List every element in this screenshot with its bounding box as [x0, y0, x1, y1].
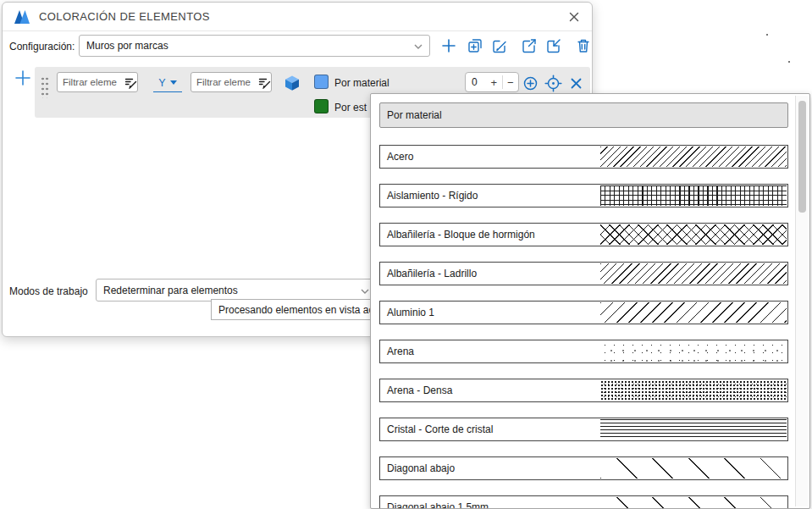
- pattern-selected-item[interactable]: Por material: [379, 102, 788, 128]
- state-color-label: Por est: [334, 102, 367, 113]
- edit-configuration-icon[interactable]: [490, 36, 509, 55]
- pattern-item-label: Arena: [387, 340, 414, 362]
- pattern-item-label: Diagonal abajo: [387, 457, 455, 479]
- add-configuration-icon[interactable]: [439, 36, 458, 55]
- pattern-swatch: [600, 147, 787, 167]
- pattern-item-label: Arena - Densa: [387, 379, 452, 401]
- pattern-swatch: [600, 185, 787, 206]
- pattern-swatch: [600, 458, 787, 479]
- pattern-item[interactable]: Diagonal abajo: [379, 456, 788, 480]
- state-color-chip[interactable]: [314, 99, 329, 113]
- title-bar: COLORACIÓN DE ELEMENTOS: [3, 3, 592, 31]
- scrollbar-thumb[interactable]: [798, 101, 806, 213]
- pattern-dropdown-panel: Por material AceroAislamiento - RígidoAl…: [370, 93, 810, 509]
- spinner-value[interactable]: 0: [466, 73, 486, 91]
- pattern-item-label: Acero: [387, 146, 413, 168]
- window-close-icon[interactable]: [566, 9, 582, 25]
- configuration-label: Configuración:: [9, 41, 75, 53]
- drag-handle[interactable]: [41, 76, 48, 98]
- pattern-item-label: Albañilería - Bloque de hormigón: [387, 224, 535, 246]
- pattern-item[interactable]: Diagonal abajo 1.5mm: [379, 495, 788, 508]
- select-elements-icon[interactable]: [522, 75, 539, 91]
- work-modes-value: Redeterminar para elementos: [103, 285, 356, 296]
- pattern-swatch: [600, 341, 787, 362]
- pattern-item-label: Cristal - Corte de cristal: [387, 418, 493, 440]
- pattern-swatch: [600, 419, 787, 440]
- configuration-select[interactable]: Muros por marcas: [79, 35, 430, 57]
- delete-configuration-icon[interactable]: [574, 36, 593, 55]
- pattern-item-label: Aislamiento - Rígido: [387, 185, 478, 207]
- pattern-swatch: [600, 263, 787, 284]
- scrollbar-track[interactable]: [795, 96, 808, 506]
- export-configuration-icon[interactable]: [520, 36, 539, 55]
- pattern-item[interactable]: Aislamiento - Rígido: [379, 184, 788, 207]
- filter-input-2[interactable]: [191, 72, 272, 92]
- remove-row-icon[interactable]: [569, 76, 583, 91]
- chevron-down-icon: [414, 40, 423, 52]
- locate-elements-icon[interactable]: [544, 75, 562, 92]
- material-color-chip[interactable]: [314, 75, 329, 89]
- pattern-item[interactable]: Albañilería - Ladrillo: [379, 262, 788, 285]
- pattern-item[interactable]: Albañilería - Bloque de hormigón: [379, 223, 788, 246]
- filter-input-1[interactable]: [57, 72, 138, 92]
- stray-pixel-dot: [788, 61, 790, 63]
- material-color-label: Por material: [334, 77, 389, 89]
- pattern-swatch: [600, 380, 787, 401]
- add-row-button[interactable]: [13, 68, 33, 88]
- spinner-increment-button[interactable]: +: [486, 73, 502, 91]
- pattern-item-label: Diagonal abajo 1.5mm: [387, 496, 489, 508]
- operator-value: Y: [158, 77, 165, 89]
- category-cube-icon[interactable]: [284, 75, 301, 91]
- pattern-swatch: [600, 497, 787, 508]
- status-text: Procesando elementos en vista ac: [218, 304, 373, 316]
- duplicate-configuration-icon[interactable]: [466, 36, 484, 55]
- pattern-item[interactable]: Arena - Densa: [379, 379, 788, 402]
- pattern-item-label: Aluminio 1: [387, 302, 434, 324]
- pattern-swatch: [600, 224, 787, 245]
- pattern-item[interactable]: Cristal - Corte de cristal: [379, 418, 788, 441]
- chevron-down-icon: [361, 285, 369, 296]
- configuration-value: Muros por marcas: [86, 40, 409, 52]
- pattern-item[interactable]: Arena: [379, 340, 788, 363]
- window-title: COLORACIÓN DE ELEMENTOS: [39, 10, 210, 23]
- operator-select[interactable]: Y: [153, 74, 182, 92]
- app-logo-icon: [13, 8, 31, 26]
- pattern-list: AceroAislamiento - RígidoAlbañilería - B…: [379, 145, 788, 508]
- spinner-decrement-button[interactable]: −: [503, 73, 519, 91]
- desktop: COLORACIÓN DE ELEMENTOS Configuración: M…: [0, 0, 812, 509]
- stray-pixel-dot: [766, 34, 768, 36]
- transparency-spinner: 0 + −: [465, 72, 519, 92]
- pattern-swatch: [600, 302, 787, 323]
- pattern-item[interactable]: Aluminio 1: [379, 301, 788, 324]
- import-configuration-icon[interactable]: [544, 36, 563, 55]
- work-modes-label: Modos de trabajo: [9, 285, 88, 297]
- work-modes-select[interactable]: Redeterminar para elementos: [96, 279, 377, 302]
- pattern-selected-label: Por material: [387, 109, 442, 121]
- chevron-down-icon: [170, 80, 177, 85]
- pattern-item-label: Albañilería - Ladrillo: [387, 263, 477, 285]
- pattern-item[interactable]: Acero: [379, 145, 788, 169]
